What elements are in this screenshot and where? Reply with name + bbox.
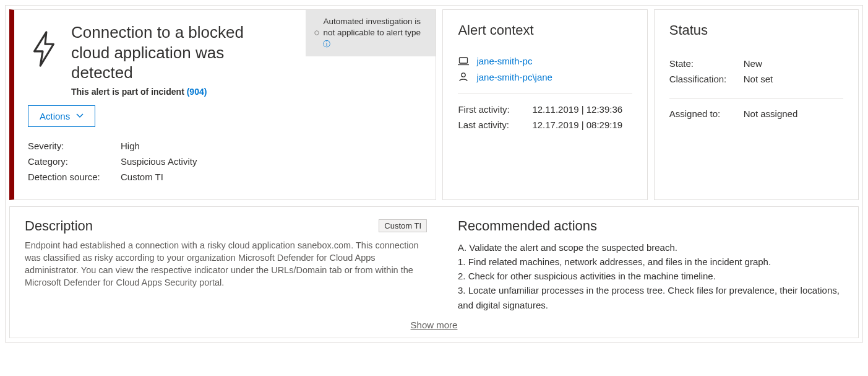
actions-button[interactable]: Actions — [28, 105, 95, 127]
investigation-icon — [314, 28, 319, 38]
rec-line-2: 2. Check for other suspicious activities… — [458, 269, 843, 283]
context-user-link[interactable]: jane-smith-pc\jane — [476, 72, 552, 82]
last-activity-label: Last activity: — [458, 120, 532, 130]
investigation-message: Automated investigation is not applicabl… — [323, 17, 421, 37]
alert-context-panel: Alert context jane-smith-pc jane-smith-p… — [442, 9, 647, 200]
alert-title: Connection to a blocked cloud applicatio… — [71, 22, 281, 83]
details-columns: Description Custom TI Endpoint had estab… — [25, 218, 843, 312]
first-activity-value: 12.11.2019 | 12:39:36 — [532, 104, 622, 115]
svg-marker-0 — [35, 32, 54, 66]
state-value: New — [744, 58, 762, 69]
status-divider — [669, 98, 843, 98]
category-row: Category: Suspicious Activity — [28, 154, 421, 169]
status-panel: Status State: New Classification: Not se… — [654, 9, 859, 200]
assigned-row: Assigned to: Not assigned — [669, 106, 843, 121]
last-activity-value: 12.17.2019 | 08:29:19 — [532, 120, 622, 130]
incident-prefix: This alert is part of incident — [71, 87, 184, 97]
classification-row: Classification: Not set — [669, 71, 843, 87]
alert-summary-panel: Connection to a blocked cloud applicatio… — [9, 9, 436, 200]
first-activity-label: First activity: — [458, 104, 532, 115]
context-user-row: jane-smith-pc\jane — [458, 71, 632, 82]
svg-rect-2 — [460, 58, 468, 63]
severity-value: High — [121, 141, 140, 151]
detection-label: Detection source: — [28, 172, 121, 182]
description-header: Description Custom TI — [25, 218, 427, 234]
details-panel: Description Custom TI Endpoint had estab… — [9, 206, 859, 338]
alert-properties: Severity: High Category: Suspicious Acti… — [28, 138, 421, 185]
description-tag: Custom TI — [379, 219, 427, 232]
rec-line-1: 1. Find related machines, network addres… — [458, 255, 843, 269]
alert-detail-page: Connection to a blocked cloud applicatio… — [5, 5, 863, 343]
svg-point-4 — [462, 73, 465, 77]
state-label: State: — [669, 58, 744, 69]
show-more-link[interactable]: Show more — [25, 312, 843, 331]
investigation-status-box: Automated investigation is not applicabl… — [306, 10, 436, 56]
category-value: Suspicious Activity — [121, 156, 197, 167]
lightning-icon — [29, 30, 59, 70]
context-device-row: jane-smith-pc — [458, 56, 632, 66]
detection-value: Custom TI — [121, 172, 163, 182]
person-icon — [458, 71, 469, 82]
recommended-body: A. Validate the alert and scope the susp… — [458, 240, 843, 312]
assigned-value: Not assigned — [744, 108, 798, 119]
svg-marker-1 — [315, 31, 319, 35]
top-cards-row: Connection to a blocked cloud applicatio… — [9, 9, 859, 200]
rec-line-3: 3. Locate unfamiliar processes in the pr… — [458, 283, 843, 312]
description-title: Description — [25, 218, 93, 234]
chevron-down-icon — [76, 113, 84, 118]
incident-link[interactable]: (904) — [187, 87, 207, 97]
rec-line-a: A. Validate the alert and scope the susp… — [458, 240, 843, 255]
recommended-column: Recommended actions A. Validate the aler… — [458, 218, 843, 312]
severity-label: Severity: — [28, 141, 121, 151]
classification-value: Not set — [744, 74, 773, 84]
description-column: Description Custom TI Endpoint had estab… — [25, 218, 427, 312]
recommended-title: Recommended actions — [458, 218, 843, 234]
classification-label: Classification: — [669, 74, 744, 84]
first-activity-row: First activity: 12.11.2019 | 12:39:36 — [458, 102, 632, 117]
context-divider — [458, 94, 632, 94]
info-icon[interactable]: ⓘ — [323, 39, 330, 49]
severity-row: Severity: High — [28, 138, 421, 154]
state-row: State: New — [669, 56, 843, 71]
assigned-label: Assigned to: — [669, 108, 744, 119]
detection-row: Detection source: Custom TI — [28, 169, 421, 185]
laptop-icon — [458, 57, 469, 66]
incident-line: This alert is part of incident (904) — [71, 87, 421, 97]
context-device-link[interactable]: jane-smith-pc — [476, 56, 532, 66]
description-body: Endpoint had established a connection wi… — [25, 239, 427, 289]
last-activity-row: Last activity: 12.17.2019 | 08:29:19 — [458, 117, 632, 133]
status-title: Status — [669, 22, 843, 38]
alert-context-title: Alert context — [458, 22, 632, 38]
category-label: Category: — [28, 156, 121, 167]
actions-label: Actions — [40, 111, 70, 121]
